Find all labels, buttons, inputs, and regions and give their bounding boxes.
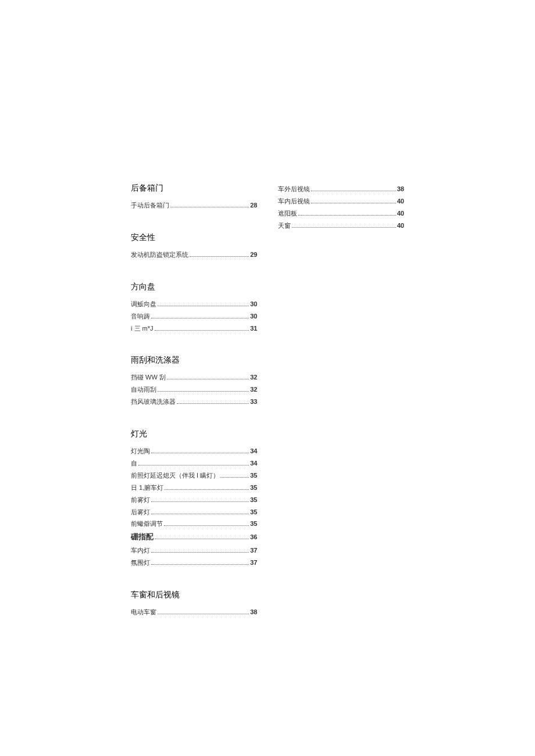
toc-entry-label: 自: [131, 457, 137, 470]
toc-entry-page: 32: [250, 371, 257, 384]
toc-entry-label: i 三 m*J: [131, 323, 154, 335]
toc-section: 后备箱门手动后备箱门28: [131, 183, 258, 212]
toc-entry: 自34: [131, 457, 258, 470]
toc-entry-page: 31: [250, 323, 257, 335]
toc-entry-label: 前雾灯: [131, 494, 150, 506]
toc-leader-dots: [220, 477, 249, 478]
toc-leader-dots: [138, 465, 249, 465]
toc-entry-label: 挡碰 WW 刮: [131, 371, 166, 384]
toc-section-title: 后备箱门: [131, 183, 258, 194]
toc-entry-label: 前照灯延迟熄灭（伴我 I 瞒灯）: [131, 470, 219, 482]
toc-entry-label: 自动雨刮: [131, 384, 156, 396]
toc-leader-dots: [158, 391, 249, 392]
toc-section: 方向盘调魬向盘30音响踌30i 三 m*J31: [131, 282, 258, 335]
toc-section-title: 车窗和后视镜: [131, 590, 258, 600]
toc-leader-dots: [151, 552, 249, 553]
toc-entry-page: 38: [250, 606, 257, 618]
toc-entry-page: 33: [250, 396, 257, 408]
toc-entry-page: 35: [250, 506, 257, 518]
toc-entry-label: 车外后视镜: [278, 183, 310, 195]
toc-entry: 音响踌30: [131, 310, 258, 323]
toc-entry-page: 37: [250, 544, 257, 557]
toc-entry: 自动雨刮32: [131, 384, 258, 396]
toc-entry: 前蠍僻调节35: [131, 518, 258, 530]
toc-entry: 车内灯37: [131, 544, 258, 557]
toc-section: 雨刮和洗涤器挡碰 WW 刮32自动雨刮32挡风玻璃洗涤器33: [131, 355, 258, 408]
toc-entry-label: 灯光陶: [131, 445, 150, 457]
toc-entry-page: 34: [250, 445, 257, 457]
toc-section-title: 方向盘: [131, 282, 258, 292]
toc-leader-dots: [151, 564, 249, 565]
toc-leader-dots: [155, 330, 249, 331]
toc-leader-dots: [151, 453, 249, 453]
toc-leader-dots: [311, 191, 396, 191]
toc-entry: 挡碰 WW 刮32: [131, 371, 258, 384]
toc-entry-page: 29: [250, 249, 257, 261]
toc-entry-page: 35: [250, 470, 257, 482]
toc-entry: 前照灯延迟熄灭（伴我 I 瞒灯）35: [131, 470, 258, 482]
toc-entry: i 三 m*J31: [131, 323, 258, 335]
toc-section: 灯光灯光陶34自34前照灯延迟熄灭（伴我 I 瞒灯）35日 1,腑车灯35前雾灯…: [131, 429, 258, 569]
toc-section-title: 安全性: [131, 232, 258, 243]
toc-entry: 调魬向盘30: [131, 298, 258, 310]
toc-section: 安全性发动机防盗锁定系统29: [131, 232, 258, 261]
toc-leader-dots: [164, 525, 249, 526]
toc-entry: 氛围灯37: [131, 557, 258, 569]
toc-leader-dots: [151, 318, 249, 318]
toc-entry-label: 电动车窗: [131, 606, 156, 618]
toc-leader-dots: [158, 306, 249, 306]
toc-entry: 日 1,腑车灯35: [131, 482, 258, 494]
toc-entry-page: 38: [397, 183, 404, 195]
toc-leader-dots: [151, 501, 249, 502]
toc-entry-label: 前蠍僻调节: [131, 518, 163, 530]
toc-entry: 发动机防盗锁定系统29: [131, 249, 258, 261]
toc-entry-label: 挡风玻璃洗涤器: [131, 396, 176, 408]
toc-entry-page: 40: [397, 195, 404, 207]
toc-leader-dots: [177, 403, 249, 404]
toc-entry-page: 36: [250, 531, 257, 543]
toc-entry-page: 35: [250, 482, 257, 494]
toc-entry: 前雾灯35: [131, 494, 258, 506]
toc-entry-label: 车内灯: [131, 544, 150, 557]
toc-leader-dots: [190, 256, 249, 257]
toc-entry: 手动后备箱门28: [131, 199, 258, 212]
toc-section-title: 雨刮和洗涤器: [131, 355, 258, 366]
toc-entry-label: 车内后视镜: [278, 195, 310, 207]
toc-entry-page: 30: [250, 310, 257, 323]
toc-entry-page: 40: [397, 207, 404, 220]
toc-entry: 遮阳板40: [278, 207, 405, 220]
toc-leader-dots: [292, 227, 396, 228]
toc-leader-dots: [170, 207, 249, 207]
toc-leader-dots: [158, 614, 249, 614]
toc-entry: 电动车窗38: [131, 606, 258, 618]
toc-leader-dots: [155, 539, 249, 539]
toc-entry: 车内后视镜40: [278, 195, 405, 207]
toc-entry: 硼指配36: [131, 530, 258, 544]
toc-entry-page: 37: [250, 557, 257, 569]
toc-entry-label: 遮阳板: [278, 207, 297, 220]
toc-entry-page: 35: [250, 518, 257, 530]
toc-entry-label: 后雾灯: [131, 506, 150, 518]
toc-entry-page: 40: [397, 220, 404, 232]
toc-leader-dots: [311, 203, 396, 203]
toc-section: 车外后视镜38车内后视镜40遮阳板40天窗40: [278, 183, 405, 232]
toc-leader-dots: [165, 489, 249, 490]
toc-entry-label: 硼指配: [131, 530, 154, 544]
toc-entry-page: 32: [250, 384, 257, 396]
toc-entry-page: 28: [250, 199, 257, 212]
toc-leader-dots: [167, 379, 249, 379]
toc-entry-page: 35: [250, 494, 257, 506]
toc-leader-dots: [151, 514, 249, 514]
toc-entry: 天窗40: [278, 220, 405, 232]
toc-entry: 灯光陶34: [131, 445, 258, 457]
toc-leader-dots: [298, 215, 396, 216]
toc-entry-label: 调魬向盘: [131, 298, 156, 310]
toc-right-column: 车外后视镜38车内后视镜40遮阳板40天窗40: [278, 183, 405, 639]
toc-section-title: 灯光: [131, 429, 258, 439]
toc-section: 车窗和后视镜电动车窗38: [131, 590, 258, 618]
toc-entry-page: 30: [250, 298, 257, 310]
toc-entry: 后雾灯35: [131, 506, 258, 518]
toc-entry-label: 日 1,腑车灯: [131, 482, 163, 494]
toc-page: 后备箱门手动后备箱门28安全性发动机防盗锁定系统29方向盘调魬向盘30音响踌30…: [0, 0, 535, 639]
toc-entry-label: 氛围灯: [131, 557, 150, 569]
